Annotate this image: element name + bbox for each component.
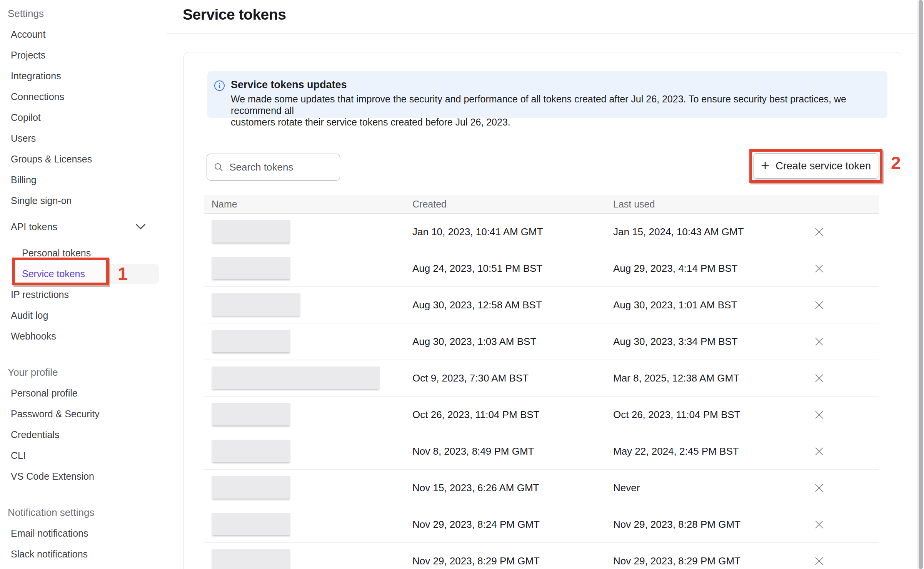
token-last-used: Nov 29, 2023, 8:28 PM GMT xyxy=(613,519,741,531)
sidebar-item-personal-profile[interactable]: Personal profile xyxy=(0,383,166,403)
close-icon xyxy=(815,264,824,273)
sidebar-item-users[interactable]: Users xyxy=(0,128,166,149)
token-name-redacted xyxy=(212,440,290,462)
sidebar-item-api-tokens[interactable]: API tokens xyxy=(0,216,166,237)
delete-token-button[interactable] xyxy=(811,479,827,496)
sidebar-item-cli[interactable]: CLI xyxy=(0,445,166,466)
token-created: Nov 8, 2023, 8:49 PM GMT xyxy=(412,445,534,457)
sidebar-item-slack-notifications[interactable]: Slack notifications xyxy=(0,544,166,564)
sidebar-section-notification-settings: Notification settings xyxy=(0,502,166,523)
close-icon xyxy=(815,447,824,456)
close-icon xyxy=(815,410,824,419)
delete-token-button[interactable] xyxy=(811,443,827,460)
close-icon xyxy=(815,484,824,492)
delete-token-button[interactable] xyxy=(811,406,827,423)
delete-token-button[interactable] xyxy=(811,260,827,277)
main-content: Service tokens i Service tokens updates … xyxy=(166,0,917,569)
sidebar-item-label: Your profile xyxy=(8,367,58,378)
sidebar-item-copilot[interactable]: Copilot xyxy=(0,107,166,128)
token-name-redacted xyxy=(212,476,290,499)
annotation-label-2: 2 xyxy=(891,152,901,173)
banner-body: We made some updates that improve the se… xyxy=(231,93,881,128)
close-icon xyxy=(815,301,824,310)
token-created: Nov 15, 2023, 6:26 AM GMT xyxy=(412,482,539,494)
token-name-redacted xyxy=(212,330,290,352)
token-name-redacted xyxy=(212,513,290,535)
sidebar-item-label: Personal tokens xyxy=(22,248,91,259)
close-icon xyxy=(815,557,824,566)
sidebar-item-groups-licenses[interactable]: Groups & Licenses xyxy=(0,149,166,169)
sidebar-item-label: IP restrictions xyxy=(11,289,69,300)
sidebar-item-webhooks[interactable]: Webhooks xyxy=(0,326,166,346)
sidebar-item-label: API tokens xyxy=(11,221,57,233)
token-last-used: Mar 8, 2025, 12:38 AM GMT xyxy=(613,372,739,384)
delete-token-button[interactable] xyxy=(811,296,827,313)
search-tokens-input[interactable] xyxy=(228,161,334,174)
sidebar-nav: SettingsAccountProjectsIntegrationsConne… xyxy=(0,3,166,564)
page-header: Service tokens xyxy=(166,0,917,34)
table-row: Aug 30, 2023, 12:58 AM BSTAug 30, 2023, … xyxy=(204,287,879,323)
delete-token-button[interactable] xyxy=(811,552,827,569)
token-created: Aug 30, 2023, 12:58 AM BST xyxy=(412,299,542,311)
table-row: Nov 15, 2023, 6:26 AM GMTNever xyxy=(204,470,879,506)
sidebar-item-password-security[interactable]: Password & Security xyxy=(0,403,166,424)
search-icon xyxy=(214,162,223,172)
annotation-box-2: + Create service token xyxy=(749,149,882,183)
token-name-redacted xyxy=(212,549,290,569)
sidebar-item-email-notifications[interactable]: Email notifications xyxy=(0,523,166,544)
token-created: Aug 24, 2023, 10:51 PM BST xyxy=(412,263,542,274)
sidebar-item-label: Credentials xyxy=(11,429,59,440)
sidebar-item-projects[interactable]: Projects xyxy=(0,45,166,65)
token-last-used: Jan 15, 2024, 10:43 AM GMT xyxy=(613,226,744,238)
settings-sidebar: SettingsAccountProjectsIntegrationsConne… xyxy=(0,0,166,569)
sidebar-item-account[interactable]: Account xyxy=(0,24,166,45)
sidebar-item-vs-code-extension[interactable]: VS Code Extension xyxy=(0,466,166,487)
token-created: Oct 26, 2023, 11:04 PM BST xyxy=(412,409,539,421)
sidebar-item-label: Email notifications xyxy=(11,528,88,539)
table-body: Jan 10, 2023, 10:41 AM GMTJan 15, 2024, … xyxy=(204,214,879,569)
token-last-used: Oct 26, 2023, 11:04 PM BST xyxy=(613,409,740,421)
delete-token-button[interactable] xyxy=(811,516,827,533)
sidebar-item-label: Connections xyxy=(11,91,64,102)
page-title: Service tokens xyxy=(166,0,917,23)
delete-token-button[interactable] xyxy=(811,223,827,240)
chevron-down-icon xyxy=(135,224,146,230)
table-row: Nov 8, 2023, 8:49 PM GMTMay 22, 2024, 2:… xyxy=(204,433,879,470)
token-name-redacted xyxy=(212,220,290,243)
sidebar-item-label: Settings xyxy=(8,8,44,20)
delete-token-button[interactable] xyxy=(811,370,827,387)
sidebar-item-connections[interactable]: Connections xyxy=(0,86,166,107)
delete-token-button[interactable] xyxy=(811,333,827,350)
sidebar-item-label: Personal profile xyxy=(11,388,78,399)
info-icon: i xyxy=(214,80,225,91)
vertical-scrollbar[interactable] xyxy=(917,0,924,569)
sidebar-item-ip-restrictions[interactable]: IP restrictions xyxy=(0,284,166,305)
sidebar-item-audit-log[interactable]: Audit log xyxy=(0,305,166,326)
token-last-used: Aug 29, 2023, 4:14 PM BST xyxy=(613,263,738,274)
sidebar-item-label: Copilot xyxy=(11,112,41,123)
sidebar-item-credentials[interactable]: Credentials xyxy=(0,424,166,445)
scrollbar-thumb[interactable] xyxy=(919,0,923,569)
token-created: Nov 29, 2023, 8:29 PM GMT xyxy=(412,555,540,567)
sidebar-item-single-sign-on[interactable]: Single sign-on xyxy=(0,190,166,211)
sidebar-item-service-tokens[interactable]: Service tokens1 xyxy=(0,263,166,284)
token-name-redacted xyxy=(212,367,380,389)
close-icon xyxy=(815,337,824,346)
sidebar-item-label: Service tokens xyxy=(22,268,85,279)
token-created: Aug 30, 2023, 1:03 AM BST xyxy=(412,336,536,348)
token-name-redacted xyxy=(212,403,290,425)
create-button-label: Create service token xyxy=(776,160,871,172)
sidebar-item-integrations[interactable]: Integrations xyxy=(0,65,166,86)
token-name-redacted xyxy=(212,257,290,279)
token-last-used: Aug 30, 2023, 3:34 PM BST xyxy=(613,336,738,348)
sidebar-item-billing[interactable]: Billing xyxy=(0,169,166,190)
close-icon xyxy=(815,520,824,529)
close-icon xyxy=(815,374,824,383)
token-created: Oct 9, 2023, 7:30 AM BST xyxy=(412,372,529,384)
sidebar-section-settings: Settings xyxy=(0,3,166,24)
table-row: Nov 29, 2023, 8:24 PM GMTNov 29, 2023, 8… xyxy=(204,506,879,543)
token-last-used: May 22, 2024, 2:45 PM BST xyxy=(613,445,739,457)
table-row: Oct 9, 2023, 7:30 AM BSTMar 8, 2025, 12:… xyxy=(204,360,879,397)
create-service-token-button[interactable]: + Create service token xyxy=(754,153,878,179)
sidebar-item-label: Projects xyxy=(11,50,45,61)
